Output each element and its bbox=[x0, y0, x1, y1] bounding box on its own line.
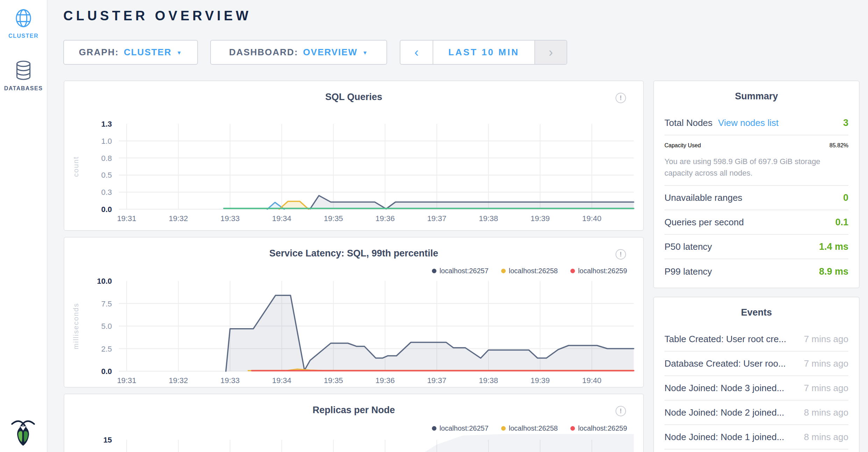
svg-text:19:34: 19:34 bbox=[272, 214, 291, 223]
legend-item[interactable]: localhost:26258 bbox=[501, 267, 558, 275]
info-icon[interactable]: ! bbox=[616, 249, 626, 260]
svg-text:19:35: 19:35 bbox=[324, 214, 343, 223]
svg-text:1.0: 1.0 bbox=[101, 137, 112, 146]
svg-text:19:31: 19:31 bbox=[117, 376, 136, 385]
info-icon[interactable]: ! bbox=[616, 93, 626, 103]
summary-value: 1.4 ms bbox=[819, 241, 848, 252]
page-title: CLUSTER OVERVIEW bbox=[63, 8, 251, 23]
legend-label: localhost:26258 bbox=[509, 267, 558, 275]
event-time: 7 mins ago bbox=[804, 383, 848, 394]
svg-text:7.5: 7.5 bbox=[101, 299, 112, 308]
chevron-left-icon: ‹ bbox=[414, 46, 419, 59]
dashboard-dropdown-value: OVERVIEW bbox=[303, 47, 358, 58]
capacity-description: You are using 598.9 GiB of 697.9 GiB sto… bbox=[664, 156, 839, 179]
summary-row-total-nodes: Total NodesView nodes list 3 bbox=[664, 111, 848, 135]
time-prev-button[interactable]: ‹ bbox=[400, 41, 433, 64]
summary-value: 85.82% bbox=[830, 142, 848, 149]
svg-text:0.0: 0.0 bbox=[101, 367, 112, 376]
sidebar-item-cluster[interactable]: CLUSTER bbox=[0, 8, 47, 39]
sidebar-item-label: CLUSTER bbox=[0, 33, 47, 39]
event-row: Table Created: User root cre... 7 mins a… bbox=[664, 327, 848, 352]
legend-dot-icon bbox=[501, 269, 506, 273]
svg-text:19:32: 19:32 bbox=[169, 214, 188, 223]
view-nodes-list-link[interactable]: View nodes list bbox=[718, 118, 778, 128]
summary-value: 3 bbox=[843, 118, 848, 128]
time-next-button[interactable]: › bbox=[534, 41, 567, 64]
svg-text:0.3: 0.3 bbox=[101, 188, 112, 197]
summary-value: 0.1 bbox=[835, 217, 848, 228]
dashboard-dropdown-label: DASHBOARD: bbox=[229, 47, 298, 58]
summary-label: Unavailable ranges bbox=[664, 192, 742, 203]
legend-item[interactable]: localhost:26259 bbox=[570, 267, 627, 275]
globe-icon bbox=[14, 8, 33, 28]
legend-item[interactable]: localhost:26259 bbox=[570, 424, 627, 432]
svg-text:19:40: 19:40 bbox=[582, 376, 602, 385]
legend-label: localhost:26257 bbox=[440, 267, 489, 275]
chevron-right-icon: › bbox=[549, 46, 553, 59]
svg-text:19:33: 19:33 bbox=[220, 214, 240, 223]
summary-row-p99-latency: P99 latency 8.9 ms bbox=[664, 259, 848, 284]
graph-dropdown[interactable]: GRAPH: CLUSTER ▼ bbox=[63, 40, 198, 65]
svg-text:19:40: 19:40 bbox=[582, 214, 602, 223]
event-row: Database Created: User roo... 7 mins ago bbox=[664, 352, 848, 376]
svg-text:19:36: 19:36 bbox=[376, 214, 395, 223]
dashboard-dropdown[interactable]: DASHBOARD: OVERVIEW ▼ bbox=[210, 40, 387, 65]
service-latency-chart[interactable]: 19:3119:3219:3319:3419:3519:3619:3719:38… bbox=[64, 238, 645, 388]
summary-row-queries-per-second: Queries per second 0.1 bbox=[664, 210, 848, 235]
summary-panel: Summary Total NodesView nodes list 3 Cap… bbox=[653, 80, 860, 288]
summary-value: 0 bbox=[843, 192, 848, 203]
info-icon[interactable]: ! bbox=[616, 406, 626, 416]
svg-text:10.0: 10.0 bbox=[97, 277, 112, 285]
event-time: 7 mins ago bbox=[804, 358, 848, 369]
graph-dropdown-value: CLUSTER bbox=[124, 47, 172, 58]
summary-label: Total NodesView nodes list bbox=[664, 118, 778, 128]
legend-dot-icon bbox=[501, 426, 506, 431]
event-time: 8 mins ago bbox=[804, 432, 848, 443]
svg-text:19:36: 19:36 bbox=[376, 376, 395, 385]
svg-text:19:39: 19:39 bbox=[531, 376, 550, 385]
replicas-per-node-chart[interactable]: 19:3119:3219:3319:3419:3519:3619:3719:38… bbox=[64, 394, 645, 452]
databases-icon bbox=[14, 60, 33, 80]
summary-label: P50 latency bbox=[664, 241, 712, 252]
summary-row-unavailable-ranges: Unavailable ranges 0 bbox=[664, 186, 848, 210]
legend-label: localhost:26258 bbox=[509, 424, 558, 432]
sidebar-item-label: DATABASES bbox=[0, 85, 47, 92]
legend-item[interactable]: localhost:26257 bbox=[432, 424, 489, 432]
svg-text:milliseconds: milliseconds bbox=[72, 303, 80, 349]
chart-legend: localhost:26257 localhost:26258 localhos… bbox=[432, 267, 627, 275]
svg-text:5.0: 5.0 bbox=[101, 322, 112, 331]
event-text: Node Joined: Node 2 joined... bbox=[664, 407, 784, 418]
svg-text:19:39: 19:39 bbox=[531, 214, 550, 223]
svg-text:0.0: 0.0 bbox=[101, 205, 112, 214]
legend-item[interactable]: localhost:26257 bbox=[432, 267, 489, 275]
svg-text:19:37: 19:37 bbox=[427, 376, 446, 385]
legend-item[interactable]: localhost:26258 bbox=[501, 424, 558, 432]
event-row: Node Joined: Node 1 joined... 8 mins ago bbox=[664, 425, 848, 450]
svg-text:19:38: 19:38 bbox=[479, 376, 498, 385]
legend-dot-icon bbox=[570, 426, 575, 431]
summary-label: Queries per second bbox=[664, 217, 744, 228]
time-window-label[interactable]: LAST 10 MIN bbox=[433, 41, 534, 64]
chevron-down-icon: ▼ bbox=[177, 50, 183, 56]
svg-text:19:37: 19:37 bbox=[427, 214, 446, 223]
sidebar-item-databases[interactable]: DATABASES bbox=[0, 60, 47, 92]
sql-queries-chart[interactable]: 19:3119:3219:3319:3419:3519:3619:3719:38… bbox=[64, 81, 645, 232]
legend-dot-icon bbox=[432, 269, 436, 273]
chevron-down-icon: ▼ bbox=[362, 50, 368, 56]
svg-text:19:31: 19:31 bbox=[117, 214, 136, 223]
legend-label: localhost:26259 bbox=[578, 267, 627, 275]
svg-text:19:38: 19:38 bbox=[479, 214, 498, 223]
svg-text:0.5: 0.5 bbox=[101, 171, 112, 179]
event-time: 8 mins ago bbox=[804, 407, 848, 418]
cockroachdb-logo[interactable] bbox=[10, 417, 36, 447]
svg-text:19:35: 19:35 bbox=[324, 376, 343, 385]
sidebar: CLUSTER DATABASES bbox=[0, 0, 48, 452]
svg-text:2.5: 2.5 bbox=[101, 345, 112, 353]
svg-text:15: 15 bbox=[104, 436, 112, 444]
legend-label: localhost:26259 bbox=[578, 424, 627, 432]
summary-value: 8.9 ms bbox=[819, 266, 848, 277]
sql-queries-card: 19:3119:3219:3319:3419:3519:3619:3719:38… bbox=[64, 80, 644, 231]
event-text: Node Joined: Node 1 joined... bbox=[664, 432, 784, 443]
events-title: Events bbox=[654, 307, 859, 318]
event-text: Table Created: User root cre... bbox=[664, 334, 786, 345]
